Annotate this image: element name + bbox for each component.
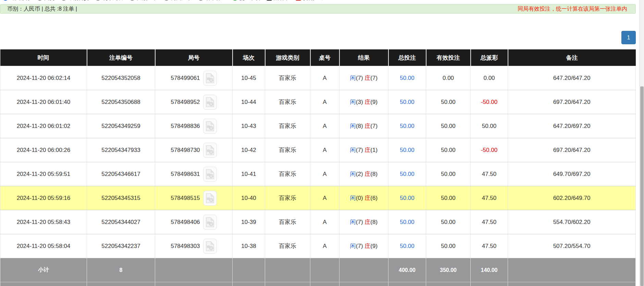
summary-payout: 140.00 [471,258,508,282]
cell-valid-bet: 50.00 [426,210,471,234]
banker-label: 庄 [364,147,370,153]
toolbar-item-3[interactable]: ●币别转换 [61,0,89,1]
player-label: 闲 [350,195,356,201]
total-bet-link[interactable]: 50.00 [400,99,414,105]
empty-table [310,258,339,282]
toolbar-item-9[interactable]: ▣黑名单 [267,0,289,1]
page: ●退回原行●回复●币别转换●玩家列表●大额注单●同类注单●名单管理●批量下载▣黑… [0,0,644,286]
download-circle-icon: ● [232,0,238,1]
toolbar-item-10[interactable]: X资料汇出 [296,0,323,1]
banker-points: (9) [370,99,377,105]
total-bet-link[interactable]: 50.00 [400,243,414,249]
cell-table-no: A [310,66,339,90]
column-header-result: 结果 [339,49,388,66]
cell-result: 闲(7) 庄(8) [339,210,388,234]
cell-session: 10-39 [233,210,265,234]
players-circle-icon: ● [95,0,101,1]
banker-points: (1) [370,147,377,153]
cell-payout: 47.50 [471,234,508,258]
cell-time: 2024-11-20 06:01:40 [0,90,87,114]
video-replay-button[interactable] [203,167,217,182]
cell-bet-id: 522054349259 [87,114,155,138]
round-number: 578498406 [171,219,200,225]
empty-table [310,282,339,286]
toolbar-item-2[interactable]: ●回复 [37,0,54,1]
cell-time: 2024-11-20 05:58:04 [0,234,87,258]
toolbar-item-label: 黑名单 [274,0,289,1]
column-header-time: 时间 [0,49,87,66]
player-points: (7) [356,219,365,225]
cell-result: 闲(7) 庄(9) [339,234,388,258]
cell-table-no: A [310,114,339,138]
cell-session: 10-43 [233,114,265,138]
cell-time: 2024-11-20 06:00:26 [0,138,87,162]
toolbar-item-4[interactable]: ●玩家列表 [95,0,123,1]
toolbar-item-label: 玩家列表 [102,0,123,1]
cell-result: 闲(7) 庄(7) [339,66,388,90]
video-replay-button[interactable] [203,215,217,230]
total-bet-link[interactable]: 50.00 [400,171,414,177]
video-replay-button[interactable] [203,239,217,254]
column-header-total_bet: 总投注 [388,49,426,66]
pagination-page-1[interactable]: 1 [621,31,636,44]
cell-total-bet: 50.00 [388,114,426,138]
cell-result: 闲(0) 庄(6) [339,186,388,210]
cell-payout: 47.50 [471,162,508,186]
cell-time: 2024-11-20 05:59:16 [0,186,87,210]
banker-label: 庄 [364,171,370,177]
table-row: 2024-11-20 06:01:40522054350688578498952… [0,90,636,114]
toolbar-item-8[interactable]: ●批量下载 [232,0,260,1]
total-bet-link[interactable]: 50.00 [400,147,414,153]
player-points: (8) [356,123,365,129]
cell-round: 578498406 [155,210,233,234]
empty-game [265,258,310,282]
round-number: 578498515 [171,195,200,201]
banker-points: (9) [370,243,377,249]
player-points: (0) [356,195,365,201]
video-replay-button[interactable] [203,143,217,158]
toolbar-item-label: 大额注单 [137,0,157,1]
video-replay-icon [206,241,214,251]
cell-total-bet: 50.00 [388,210,426,234]
video-replay-icon [206,73,214,83]
banker-label: 庄 [364,195,370,201]
total-bet-link[interactable]: 50.00 [400,123,414,129]
total-bet-link[interactable]: 50.00 [400,195,414,201]
cell-game-type: 百家乐 [265,162,310,186]
video-replay-button[interactable] [203,119,217,134]
empty-result [339,282,388,286]
scrollbar-thumb[interactable] [640,86,644,286]
empty-result [339,258,388,282]
summary-count: 8 [87,258,155,282]
player-label: 闲 [350,219,356,225]
player-points: (7) [356,75,365,81]
toolbar-item-7[interactable]: ●名单管理 [198,0,226,1]
cell-bet-id: 522054350688 [87,90,155,114]
cell-session: 10-40 [233,186,265,210]
same-round-note: 同局有效投注，统一计算在该局第一张注单内 [518,5,627,13]
toolbar-item-5[interactable]: ●大额注单 [129,0,157,1]
total-bet-link[interactable]: 50.00 [400,75,414,81]
round-number: 578498952 [171,99,200,105]
video-replay-icon [206,193,214,203]
empty-session [233,258,265,282]
column-header-valid_bet: 有效投注 [426,49,471,66]
column-header-table_no: 桌号 [310,49,339,66]
toolbar-item-6[interactable]: ●同类注单 [164,0,191,1]
banker-label: 庄 [364,123,370,129]
vertical-scrollbar[interactable] [639,0,644,286]
summary-bar: 币别：人民币 | 总共 :8 注单 | 同局有效投注，统一计算在该局第一张注单内 [0,4,636,14]
cell-result: 闲(3) 庄(9) [339,90,388,114]
cell-valid-bet: 50.00 [426,114,471,138]
total-bet-link[interactable]: 50.00 [400,219,414,225]
cell-round: 578498836 [155,114,233,138]
toolbar-item-1[interactable]: ●退回原行 [3,0,30,1]
video-replay-icon [206,217,214,227]
video-replay-button[interactable] [203,191,217,206]
cell-game-type: 百家乐 [265,66,310,90]
toolbar-item-label: 币别转换 [68,0,89,1]
video-replay-button[interactable] [203,71,217,86]
video-replay-button[interactable] [203,95,217,110]
round-number: 578498836 [171,123,200,129]
cell-round: 578498303 [155,234,233,258]
